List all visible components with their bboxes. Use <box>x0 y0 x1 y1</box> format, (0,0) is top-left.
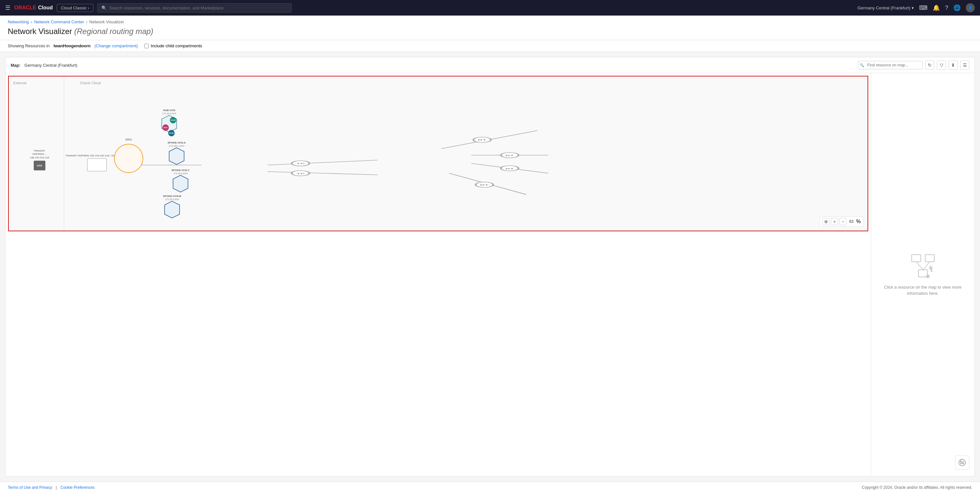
hub-vcn-cidr: 172.16.0.0/24 <box>162 113 176 115</box>
settings-button[interactable]: ☰ <box>960 60 969 70</box>
svg-point-8 <box>474 137 491 142</box>
drg-label: DRG <box>126 138 132 141</box>
svg-text:RT: RT <box>478 139 487 141</box>
help-button[interactable] <box>955 455 969 470</box>
page-title-subtitle: (Regional routing map) <box>74 27 153 36</box>
terminal-icon[interactable]: ⌨ <box>919 4 928 11</box>
spoke-vcn-c-label: SPOKE-VCN-C <box>172 169 189 172</box>
download-button[interactable]: ⬇ <box>948 60 958 70</box>
zoom-unit: % <box>856 219 861 225</box>
search-bar-wrapper: 🔍 <box>97 3 292 13</box>
spoke-vcn-b-label: SPOKE-VCN-B <box>163 195 181 198</box>
zoom-fit-button[interactable]: ⊕ <box>822 218 830 225</box>
breadcrumb-bar: Networking › Network Command Center › Ne… <box>0 16 980 40</box>
sgw-badge: SGW <box>168 130 175 136</box>
region-label: Germany Central (Frankfurt) <box>858 5 910 10</box>
user-avatar[interactable]: 👤 <box>966 3 975 12</box>
svg-rect-32 <box>961 462 961 464</box>
nav-right: Germany Central (Frankfurt) ▾ ⌨ 🔔 ? 🌐 👤 <box>858 3 975 12</box>
drg-circle[interactable] <box>114 144 143 173</box>
spoke-vcn-a-hex[interactable] <box>169 147 185 165</box>
footer-left: Terms of Use and Privacy | Cookie Prefer… <box>8 485 95 490</box>
find-resource-wrapper <box>858 61 923 69</box>
find-resource-input[interactable] <box>858 61 923 69</box>
oracle-logo: ORACLE Cloud <box>14 5 53 11</box>
refresh-button[interactable]: ↻ <box>925 60 934 70</box>
svg-marker-20 <box>169 148 184 165</box>
help-icon[interactable]: ? <box>945 5 948 11</box>
svg-text:TP: TP <box>296 163 305 165</box>
nat-badge: NAT <box>162 124 169 131</box>
zoom-in-button[interactable]: + <box>831 218 838 225</box>
bell-icon[interactable]: 🔔 <box>933 4 940 11</box>
compartment-name: IwanHoogendoorn <box>54 43 91 48</box>
svg-rect-24 <box>925 255 934 262</box>
network-diagram: External Oracle Cloud TP <box>8 76 868 231</box>
terms-link[interactable]: Terms of Use and Privacy <box>8 485 52 490</box>
svg-line-7 <box>441 130 537 149</box>
breadcrumb-networking[interactable]: Networking <box>8 19 29 24</box>
info-panel-icon <box>910 253 936 279</box>
help-button-icon <box>958 459 966 466</box>
change-compartment-link[interactable]: (Change compartment) <box>94 43 138 48</box>
search-input[interactable] <box>109 5 288 10</box>
spoke-vcn-c-hex[interactable] <box>172 174 189 193</box>
svg-line-13 <box>471 163 548 173</box>
svg-point-5 <box>292 171 309 176</box>
svg-rect-23 <box>912 255 921 262</box>
map-region-value: Germany Central (Frankfurt) <box>24 63 77 68</box>
filters-bar: Showing Resources in IwanHoogendoorn (Ch… <box>0 40 980 52</box>
section-divider <box>64 76 64 231</box>
spoke-vcn-a-node[interactable]: SPOKE-VCN-A 172.163.1.0/24 <box>167 141 186 165</box>
svg-marker-21 <box>173 175 188 192</box>
zoom-controls: ⊕ + − 63 % <box>819 216 864 227</box>
breadcrumb-network-command-center[interactable]: Network Command Center <box>34 19 84 24</box>
transip-box[interactable] <box>87 159 107 171</box>
footer: Terms of Use and Privacy | Cookie Prefer… <box>0 482 980 493</box>
top-navigation: ☰ ORACLE Cloud Cloud Classic › 🔍 Germany… <box>0 0 980 16</box>
svg-line-26 <box>916 262 923 270</box>
svg-text:TP: TP <box>296 172 305 174</box>
map-container: Map: Germany Central (Frankfurt) ↻ ▽ ⬇ ☰… <box>5 57 975 477</box>
svg-text:RT: RT <box>505 168 514 170</box>
hub-vcn-label: HUB-VCN <box>163 109 175 112</box>
include-child-checkbox[interactable] <box>144 44 149 48</box>
cloud-classic-button[interactable]: Cloud Classic › <box>57 4 93 12</box>
cloud-text: Cloud <box>38 5 53 11</box>
spoke-vcn-b-hex[interactable] <box>164 200 180 219</box>
spoke-vcn-b-node[interactable]: SPOKE-VCN-B 172.16.2.0/24 <box>163 195 181 219</box>
cpe-top-label: TRANSIP-ONPREM-... 136.144.102.216 <box>27 149 52 159</box>
globe-icon[interactable]: 🌐 <box>953 4 961 11</box>
zoom-value: 63 <box>848 219 854 224</box>
svg-marker-22 <box>165 201 180 218</box>
svg-line-1 <box>267 160 377 165</box>
spoke-vcn-c-node[interactable]: SPOKE-VCN-C 172.16.3.0/24 <box>172 169 189 193</box>
filter-button[interactable]: ▽ <box>937 60 946 70</box>
hamburger-menu-icon[interactable]: ☰ <box>5 4 10 11</box>
cpe-node[interactable]: TRANSIP-ONPREM-... 136.144.102.216 CPE <box>27 149 52 170</box>
spoke-vcn-a-label: SPOKE-VCN-A <box>167 141 186 144</box>
svg-marker-28 <box>929 265 933 272</box>
main-content: Map: Germany Central (Frankfurt) ↻ ▽ ⬇ ☰… <box>0 52 980 482</box>
page-title-main: Network Visualizer <box>8 27 72 36</box>
map-toolbar-right: ↻ ▽ ⬇ ☰ <box>858 60 969 70</box>
svg-rect-35 <box>963 461 964 462</box>
breadcrumb-sep2: › <box>86 19 87 24</box>
map-label: Map: <box>11 63 21 68</box>
user-icon: 👤 <box>968 5 973 10</box>
spoke-vcn-a-cidr: 172.163.1.0/24 <box>169 145 185 147</box>
cookie-preferences-link[interactable]: Cookie Preferences <box>60 485 95 490</box>
showing-label: Showing Resources in <box>8 43 49 48</box>
external-section-label: External <box>13 81 26 85</box>
chevron-down-icon: ▾ <box>912 5 914 10</box>
dgw-badge: DGW <box>170 117 176 124</box>
breadcrumb: Networking › Network Command Center › Ne… <box>8 19 972 24</box>
page-title: Network Visualizer (Regional routing map… <box>8 27 972 36</box>
spoke-vcn-b-cidr: 172.16.2.0/24 <box>165 198 179 200</box>
zoom-out-button[interactable]: − <box>839 218 846 225</box>
region-selector[interactable]: Germany Central (Frankfurt) ▾ <box>858 5 914 10</box>
drg-node[interactable]: DRG <box>114 144 143 173</box>
cpe-box[interactable]: CPE <box>34 161 45 170</box>
svg-rect-33 <box>962 461 963 462</box>
include-child-checkbox-wrapper: Include child compartments <box>144 43 202 48</box>
